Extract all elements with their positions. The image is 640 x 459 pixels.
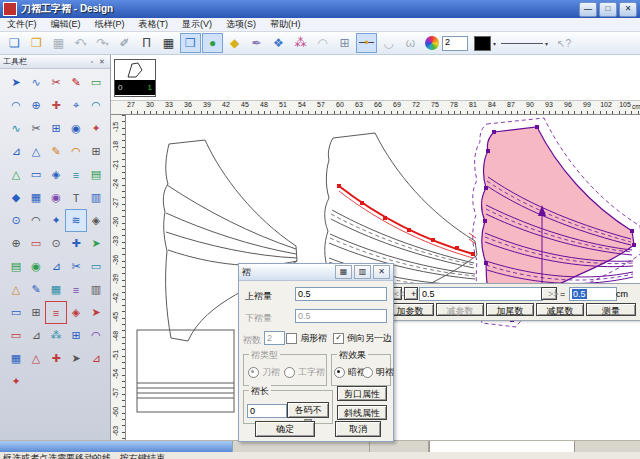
sidebar-tool-7-icon[interactable]: ⊕ <box>25 94 47 117</box>
sidebar-tool-47-icon[interactable]: ✎ <box>25 278 47 301</box>
brush-icon[interactable]: ✒ <box>246 33 267 53</box>
sidebar-tool-16-icon[interactable]: ⊿ <box>5 140 27 163</box>
flip-side-checkbox[interactable]: ✓ 倒向另一边 <box>333 332 392 345</box>
selected-pleat-line[interactable] <box>337 184 475 258</box>
result-input[interactable]: 0.5 <box>569 287 617 301</box>
expression-input[interactable] <box>419 287 543 301</box>
sidebar-tool-15-icon[interactable]: ✦ <box>85 117 107 140</box>
dialog-table-icon[interactable]: ▥ <box>354 265 371 279</box>
sidebar-tool-2-icon[interactable]: ∿ <box>25 71 47 94</box>
sidebar-tool-9-icon[interactable]: ⌖ <box>65 94 87 117</box>
sidebar-tool-33-icon[interactable]: ✦ <box>45 209 67 232</box>
help-pointer-icon[interactable]: ↖? <box>557 38 571 49</box>
sidebar-tool-25-icon[interactable]: ▤ <box>85 163 107 186</box>
sidebar-tool-22-icon[interactable]: ▭ <box>25 163 47 186</box>
palette-close-icon[interactable]: ✕ <box>97 58 107 66</box>
sidebar-tool-63-icon[interactable]: ✚ <box>45 347 67 370</box>
pleat-length-input[interactable] <box>247 404 287 418</box>
minimize-button[interactable]: — <box>579 2 597 17</box>
sidebar-tool-65-icon[interactable]: ⊿ <box>85 347 107 370</box>
sidebar-tool-13-icon[interactable]: ⊞ <box>45 117 67 140</box>
close-button[interactable]: ✕ <box>619 2 637 17</box>
plaid-tool-icon[interactable]: ⊞ <box>334 33 355 53</box>
menu-item-3[interactable]: 纸样(P) <box>88 18 132 31</box>
sidebar-tool-66-icon[interactable]: ✦ <box>5 370 27 393</box>
sidebar-tool-4-icon[interactable]: ✎ <box>65 71 87 94</box>
menu-item-5[interactable]: 显示(V) <box>175 18 219 31</box>
sidebar-tool-31-icon[interactable]: ⊙ <box>5 209 27 232</box>
menu-item-7[interactable]: 帮助(H) <box>263 18 308 31</box>
copy-position-icon[interactable]: ❖ <box>268 33 289 53</box>
sidebar-tool-28-icon[interactable]: ◉ <box>45 186 67 209</box>
sidebar-tool-23-icon[interactable]: ◈ <box>45 163 67 186</box>
dialog-grid-icon[interactable]: ▦ <box>335 265 352 279</box>
sidebar-tool-41-icon[interactable]: ▤ <box>5 255 27 278</box>
sidebar-tool-45-icon[interactable]: ▭ <box>85 255 107 278</box>
upper-pleat-input[interactable] <box>295 287 387 301</box>
sidebar-tool-46-icon[interactable]: △ <box>5 278 27 301</box>
line-width-input[interactable]: 2 <box>442 36 468 51</box>
measure-button-3[interactable]: 加尾数 <box>486 303 534 316</box>
line-color-swatch[interactable] <box>474 36 491 51</box>
notch-properties-button[interactable]: 剪口属性 <box>337 386 387 401</box>
sidebar-tool-48-icon[interactable]: ▦ <box>45 278 67 301</box>
sidebar-tool-38-icon[interactable]: ⊙ <box>45 232 67 255</box>
sidebar-tool-52-icon[interactable]: ⊞ <box>25 301 47 324</box>
maximize-button[interactable]: □ <box>599 2 617 17</box>
sidebar-tool-29-icon[interactable]: T <box>65 186 87 209</box>
sidebar-tool-11-icon[interactable]: ∿ <box>5 117 27 140</box>
eraser-icon[interactable]: ✐ <box>114 33 135 53</box>
linestyle-dropdown-icon[interactable]: ▾ <box>545 40 548 47</box>
sidebar-tool-17-icon[interactable]: △ <box>25 140 47 163</box>
clone-window-icon[interactable]: ❒ <box>180 33 201 53</box>
pattern-grid-icon[interactable]: ▦ <box>158 33 179 53</box>
sidebar-tool-64-icon[interactable]: ➤ <box>65 347 87 370</box>
sidebar-tool-39-icon[interactable]: ✚ <box>65 232 87 255</box>
cancel-button[interactable]: 取消 <box>335 421 381 437</box>
sidebar-tool-30-icon[interactable]: ▥ <box>85 186 107 209</box>
sidebar-tool-20-icon[interactable]: ⊞ <box>85 140 107 163</box>
line-style-selector[interactable] <box>501 37 543 50</box>
sidebar-tool-35-icon[interactable]: ◈ <box>85 209 107 232</box>
sidebar-tool-32-icon[interactable]: ◠ <box>25 209 47 232</box>
pin-icon[interactable]: ▫ <box>87 58 97 65</box>
sidebar-tool-62-icon[interactable]: △ <box>25 347 47 370</box>
menu-item-2[interactable]: 编辑(E) <box>44 18 88 31</box>
menu-item-1[interactable]: 文件(F) <box>0 18 44 31</box>
sidebar-tool-3-icon[interactable]: ✂ <box>45 71 67 94</box>
dress-form-icon[interactable]: ● <box>202 33 223 53</box>
fan-pleat-checkbox[interactable]: 扇形褶 <box>286 332 327 345</box>
color-dropdown-icon[interactable]: ▾ <box>493 40 496 47</box>
open-file-icon[interactable]: ❐ <box>26 33 47 53</box>
sidebar-tool-49-icon[interactable]: ≡ <box>65 278 87 301</box>
color-points-icon[interactable]: ⁂ <box>290 33 311 53</box>
sidebar-tool-8-icon[interactable]: ✚ <box>45 94 67 117</box>
workbench-icon[interactable]: Π <box>136 33 157 53</box>
flip-side-box[interactable]: ✓ <box>333 333 344 344</box>
rectangle-piece[interactable] <box>137 330 234 412</box>
sidebar-tool-60-icon[interactable]: ◠ <box>85 324 107 347</box>
sidebar-tool-19-icon[interactable]: ◠ <box>65 140 87 163</box>
sidebar-tool-42-icon[interactable]: ◉ <box>25 255 47 278</box>
pleat-dialog-titlebar[interactable]: 褶 ▦ ▥ ✕ <box>239 264 393 281</box>
sidebar-tool-18-icon[interactable]: ✎ <box>45 140 67 163</box>
sidebar-tool-10-icon[interactable]: ◠ <box>85 94 107 117</box>
sidebar-tool-27-icon[interactable]: ▦ <box>25 186 47 209</box>
sidebar-tool-59-icon[interactable]: ⊞ <box>65 324 87 347</box>
scroll-thumb[interactable] <box>0 441 233 452</box>
sidebar-tool-1-icon[interactable]: ➤ <box>5 71 27 94</box>
measure-button-5[interactable]: 测量 <box>586 303 636 316</box>
sidebar-tool-57-icon[interactable]: ⊿ <box>25 324 47 347</box>
sidebar-tool-40-icon[interactable]: ➤ <box>85 232 107 255</box>
menu-item-6[interactable]: 选项(S) <box>219 18 263 31</box>
sidebar-tool-21-icon[interactable]: △ <box>5 163 27 186</box>
sidebar-tool-37-icon[interactable]: ▭ <box>25 232 47 255</box>
sidebar-tool-43-icon[interactable]: ⊿ <box>45 255 67 278</box>
sidebar-tool-50-icon[interactable]: ▥ <box>85 278 107 301</box>
measure-button-4[interactable]: 减尾数 <box>536 303 584 316</box>
dialog-close-icon[interactable]: ✕ <box>373 265 390 279</box>
new-file-icon[interactable]: ❏ <box>4 33 25 53</box>
sidebar-tool-12-icon[interactable]: ✂ <box>25 117 47 140</box>
sidebar-tool-51-icon[interactable]: ▭ <box>5 301 27 324</box>
sidebar-tool-58-icon[interactable]: ⁂ <box>45 324 67 347</box>
